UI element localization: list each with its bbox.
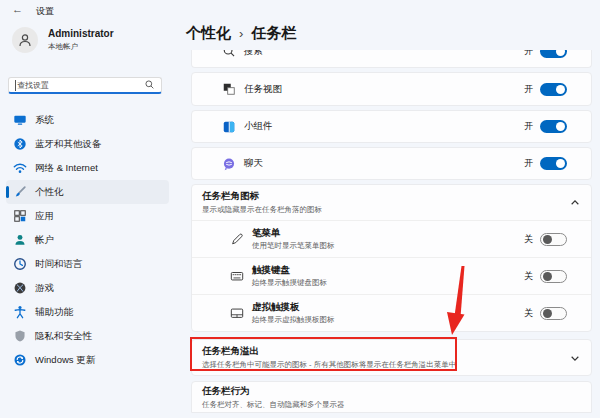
search-toggle[interactable] [540,50,567,58]
account-name: Administrator [48,28,114,40]
update-icon [13,353,27,367]
sidebar-item-network[interactable]: 网络 & Internet [6,156,169,180]
section-title: 任务栏角图标 [202,190,563,203]
sidebar-item-label: 应用 [35,210,54,223]
sidebar-item-system[interactable]: 系统 [6,108,169,132]
sidebar-item-label: 隐私和安全性 [35,330,92,343]
breadcrumb: 个性化 › 任务栏 [186,24,296,43]
title-bar: ← 设置 [0,0,600,22]
task-view-toggle[interactable] [540,83,567,96]
sidebar-item-label: 系统 [35,114,54,127]
taskbar-item-search-row-partial[interactable]: 搜索 开 [191,50,592,68]
search-placeholder: 查找设置 [15,80,49,91]
sidebar-item-gaming[interactable]: 游戏 [6,276,169,300]
sidebar: Administrator 本地帐户 查找设置 系统 蓝牙和其他设备 网络 & … [0,22,175,418]
toggle-state-label: 开 [524,157,533,170]
chevron-up-icon[interactable] [570,194,580,212]
page-title: 任务栏 [251,24,296,43]
virtual-touchpad-toggle[interactable] [540,307,567,320]
task-view-icon [222,82,236,96]
row-title: 任务栏角溢出 [202,345,563,358]
row-title: 笔菜单 [252,227,335,240]
taskbar-corner-overflow-row[interactable]: 任务栏角溢出 选择任务栏角中可能显示的图标 - 所有其他图标将显示在任务栏角溢出… [191,339,592,376]
shield-icon [13,329,27,343]
virtual-touchpad-row: 虚拟触摸板 始终显示虚拟触摸板图标 关 [192,294,591,331]
paintbrush-icon [13,185,27,199]
sidebar-item-label: 蓝牙和其他设备 [35,138,102,151]
row-label: 聊天 [244,157,263,170]
sidebar-item-label: 辅助功能 [35,306,73,319]
xbox-icon [13,281,27,295]
chat-toggle[interactable] [540,157,567,170]
row-label: 小组件 [244,120,273,133]
sidebar-item-label: Windows 更新 [35,354,95,367]
sidebar-item-windows-update[interactable]: Windows 更新 [6,348,169,372]
breadcrumb-parent[interactable]: 个性化 [186,24,231,43]
sidebar-item-privacy[interactable]: 隐私和安全性 [6,324,169,348]
taskbar-behaviors-row[interactable]: 任务栏行为 任务栏对齐、标记、自动隐藏和多个显示器 [191,381,592,413]
row-label: 任务视图 [244,83,282,96]
back-icon[interactable]: ← [12,3,23,15]
sidebar-item-label: 网络 & Internet [35,162,98,175]
toggle-state-label: 开 [524,50,533,58]
sidebar-item-accounts[interactable]: 帐户 [6,228,169,252]
row-label: 搜索 [244,50,263,58]
wifi-icon [13,161,27,175]
toggle-state-label: 开 [524,120,533,133]
search-icon[interactable] [144,76,155,94]
sidebar-item-personalization[interactable]: 个性化 [6,180,169,204]
breadcrumb-separator: › [239,26,243,41]
toggle-state-label: 关 [524,233,533,246]
row-subtitle: 使用笔时显示笔菜单图标 [252,241,335,251]
toggle-state-label: 关 [524,270,533,283]
taskbar-corner-icons-header[interactable]: 任务栏角图标 显示或隐藏显示在任务栏角落的图标 [192,185,591,220]
widgets-row: 小组件 开 [191,110,592,143]
sidebar-item-label: 时间和语言 [35,258,83,271]
sidebar-item-label: 游戏 [35,282,54,295]
pen-icon [230,232,244,246]
sidebar-item-bluetooth-devices[interactable]: 蓝牙和其他设备 [6,132,169,156]
section-subtitle: 显示或隐藏显示在任务栏角落的图标 [202,205,563,215]
widgets-toggle[interactable] [540,120,567,133]
sidebar-item-apps[interactable]: 应用 [6,204,169,228]
account-block[interactable]: Administrator 本地帐户 [12,27,114,53]
row-subtitle: 选择任务栏角中可能显示的图标 - 所有其他图标将显示在任务栏角溢出菜单中 [202,360,563,370]
row-title: 虚拟触摸板 [252,301,335,314]
virtual-touchpad-icon [230,306,244,320]
accessibility-icon [13,305,27,319]
sidebar-nav: 系统 蓝牙和其他设备 网络 & Internet 个性化 应用 帐户 [0,108,175,372]
system-icon [13,113,27,127]
account-type: 本地帐户 [48,42,114,52]
touch-keyboard-toggle[interactable] [540,270,567,283]
touch-keyboard-row: 触摸键盘 始终显示触摸键盘图标 关 [192,257,591,294]
chat-row: 聊天 开 [191,147,592,180]
row-subtitle: 任务栏对齐、标记、自动隐藏和多个显示器 [202,400,563,410]
apps-icon [13,209,27,223]
chat-icon [222,157,236,171]
toggle-state-label: 开 [524,83,533,96]
settings-content: 搜索 开 任务视图 开 小组件 开 [191,50,592,413]
task-view-row: 任务视图 开 [191,72,592,106]
clock-icon [13,257,27,271]
row-title: 任务栏行为 [202,385,563,398]
widgets-icon [222,120,236,134]
person-icon [13,233,27,247]
sidebar-item-label: 帐户 [35,234,54,247]
taskbar-corner-icons-card: 任务栏角图标 显示或隐藏显示在任务栏角落的图标 笔菜单 使用笔时显示笔菜单图标 … [191,184,592,332]
search-input[interactable]: 查找设置 [8,77,162,94]
chevron-down-icon[interactable] [570,349,580,367]
row-subtitle: 始终显示触摸键盘图标 [252,278,327,288]
toggle-state-label: 关 [524,307,533,320]
sidebar-item-label: 个性化 [35,186,64,199]
sidebar-item-accessibility[interactable]: 辅助功能 [6,300,169,324]
bluetooth-icon [13,137,27,151]
sidebar-item-time-language[interactable]: 时间和语言 [6,252,169,276]
search-row-icon [222,50,236,58]
touch-keyboard-icon [230,269,244,283]
app-title: 设置 [36,5,54,18]
pen-menu-row: 笔菜单 使用笔时显示笔菜单图标 关 [192,220,591,257]
avatar [12,27,38,53]
user-icon [17,32,33,48]
row-subtitle: 始终显示虚拟触摸板图标 [252,315,335,325]
pen-menu-toggle[interactable] [540,233,567,246]
